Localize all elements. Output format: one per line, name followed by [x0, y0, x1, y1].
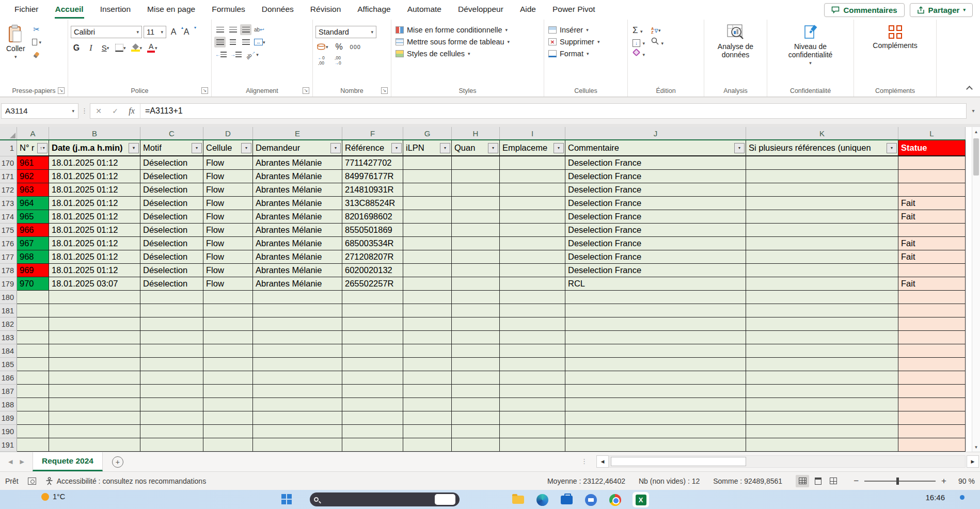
- insert-function-icon[interactable]: fx: [123, 106, 140, 116]
- cell-empty[interactable]: [140, 438, 203, 452]
- cell-empty[interactable]: [565, 411, 746, 425]
- cell-empty[interactable]: [565, 358, 746, 371]
- scroll-left-icon[interactable]: ◀: [596, 455, 609, 468]
- cell-empty[interactable]: [140, 331, 203, 344]
- underline-button[interactable]: S▾: [100, 42, 111, 53]
- cell-emplacement[interactable]: [500, 156, 565, 170]
- cell-empty[interactable]: [898, 344, 966, 358]
- accessibility-status[interactable]: Accessibilité : consultez nos recommanda…: [45, 477, 206, 485]
- format-as-table-button[interactable]: Mettre sous forme de tableau▾: [394, 36, 511, 47]
- cell-date[interactable]: 18.01.2025 01:12: [49, 264, 140, 277]
- cell-empty[interactable]: [898, 317, 966, 331]
- cell-empty[interactable]: [342, 398, 403, 411]
- cell-commentaire[interactable]: Deselection France: [565, 250, 746, 264]
- cell-empty[interactable]: [452, 358, 500, 371]
- zoom-slider[interactable]: [864, 481, 936, 482]
- row-number[interactable]: 176: [0, 237, 17, 250]
- fill-button[interactable]: ↓ ▾: [633, 38, 645, 47]
- cell-demandeur[interactable]: Abrantes Mélanie: [253, 237, 342, 250]
- dialog-launcher-icon[interactable]: ↘: [381, 87, 388, 94]
- name-box-dropdown-icon[interactable]: ▾: [72, 108, 74, 114]
- cell-date[interactable]: 18.01.2025 01:12: [49, 250, 140, 264]
- cell-empty[interactable]: [403, 411, 452, 425]
- macro-record-icon[interactable]: [28, 478, 36, 485]
- cell-motif[interactable]: Déselection: [140, 277, 203, 291]
- scroll-down-icon[interactable]: ▼: [972, 442, 980, 452]
- filter-button[interactable]: ▾: [129, 143, 139, 153]
- cell-quantite[interactable]: [452, 224, 500, 237]
- cell-empty[interactable]: [452, 291, 500, 304]
- wrap-text-button[interactable]: ab↩: [253, 24, 265, 35]
- cell-empty[interactable]: [500, 438, 565, 452]
- cell-empty[interactable]: [253, 371, 342, 385]
- italic-button[interactable]: I: [85, 42, 97, 53]
- ribbon-tab-aide[interactable]: Aide: [512, 0, 544, 20]
- ribbon-tab-automate[interactable]: Automate: [399, 0, 450, 20]
- cell-empty[interactable]: [746, 358, 898, 371]
- cell-quantite[interactable]: [452, 250, 500, 264]
- font-color-button[interactable]: A▾: [146, 42, 159, 53]
- normal-view-button[interactable]: [796, 475, 809, 487]
- cell-empty[interactable]: [49, 291, 140, 304]
- cell-cellule[interactable]: Flow: [203, 224, 253, 237]
- cell-demandeur[interactable]: Abrantes Mélanie: [253, 224, 342, 237]
- cell-quantite[interactable]: [452, 237, 500, 250]
- cell-empty[interactable]: [452, 331, 500, 344]
- cell-empty[interactable]: [17, 317, 49, 331]
- previous-sheet-icon[interactable]: ◀: [8, 458, 12, 465]
- cell-emplacement[interactable]: [500, 250, 565, 264]
- cell-empty[interactable]: [746, 344, 898, 358]
- cell-empty[interactable]: [746, 411, 898, 425]
- zoom-slider-thumb[interactable]: [896, 478, 899, 485]
- column-header-L[interactable]: L: [898, 127, 966, 139]
- cell-empty[interactable]: [500, 385, 565, 398]
- paste-button[interactable]: Coller ▾: [3, 22, 29, 61]
- cell-emplacement[interactable]: [500, 277, 565, 291]
- cell-ilpn[interactable]: [403, 264, 452, 277]
- font-name-select[interactable]: Calibri▾: [71, 26, 142, 38]
- cell-empty[interactable]: [403, 358, 452, 371]
- header-cell-statue[interactable]: Statue: [898, 140, 966, 156]
- ribbon-tab-insertion[interactable]: Insertion: [92, 0, 139, 20]
- row-number[interactable]: 180: [0, 291, 17, 304]
- cell-motif[interactable]: Déselection: [140, 210, 203, 224]
- decrease-decimal-button[interactable]: ,00→0: [332, 55, 343, 66]
- cell-si_ref[interactable]: [746, 197, 898, 210]
- column-header-D[interactable]: D: [203, 127, 253, 139]
- cell-motif[interactable]: Déselection: [140, 197, 203, 210]
- increase-indent-button[interactable]: →: [229, 49, 243, 60]
- cell-empty[interactable]: [403, 291, 452, 304]
- ribbon-tab-formules[interactable]: Formules: [203, 0, 254, 20]
- sensitivity-button[interactable]: Niveau de confidentialité ▾: [776, 22, 845, 68]
- cell-empty[interactable]: [203, 371, 253, 385]
- row-number[interactable]: 179: [0, 277, 17, 291]
- cell-commentaire[interactable]: Deselection France: [565, 183, 746, 197]
- ribbon-tab-donnees[interactable]: Données: [254, 0, 302, 20]
- cell-ilpn[interactable]: [403, 170, 452, 183]
- cell-empty[interactable]: [500, 304, 565, 317]
- row-number[interactable]: 190: [0, 425, 17, 438]
- cell-empty[interactable]: [49, 438, 140, 452]
- weather-widget[interactable]: 1°C: [41, 492, 65, 501]
- cell-statue[interactable]: Fait: [898, 250, 966, 264]
- cell-empty[interactable]: [203, 358, 253, 371]
- cell-empty[interactable]: [898, 291, 966, 304]
- cell-empty[interactable]: [342, 291, 403, 304]
- cell-date[interactable]: 18.01.2025 01:12: [49, 237, 140, 250]
- horizontal-scroll-thumb[interactable]: [611, 457, 746, 466]
- ribbon-tab-revision[interactable]: Révision: [302, 0, 349, 20]
- row-number[interactable]: 189: [0, 411, 17, 425]
- cell-empty[interactable]: [500, 317, 565, 331]
- cell-cellule[interactable]: Flow: [203, 264, 253, 277]
- cell-empty[interactable]: [253, 304, 342, 317]
- cell-emplacement[interactable]: [500, 237, 565, 250]
- new-sheet-button[interactable]: +: [112, 456, 123, 468]
- cell-cellule[interactable]: Flow: [203, 183, 253, 197]
- cell-empty[interactable]: [565, 317, 746, 331]
- cell-empty[interactable]: [17, 344, 49, 358]
- cell-no[interactable]: 968: [17, 250, 49, 264]
- fill-color-button[interactable]: ▾: [130, 42, 144, 53]
- font-size-select[interactable]: 11▾: [144, 26, 166, 38]
- row-number[interactable]: 174: [0, 210, 17, 224]
- cell-empty[interactable]: [898, 304, 966, 317]
